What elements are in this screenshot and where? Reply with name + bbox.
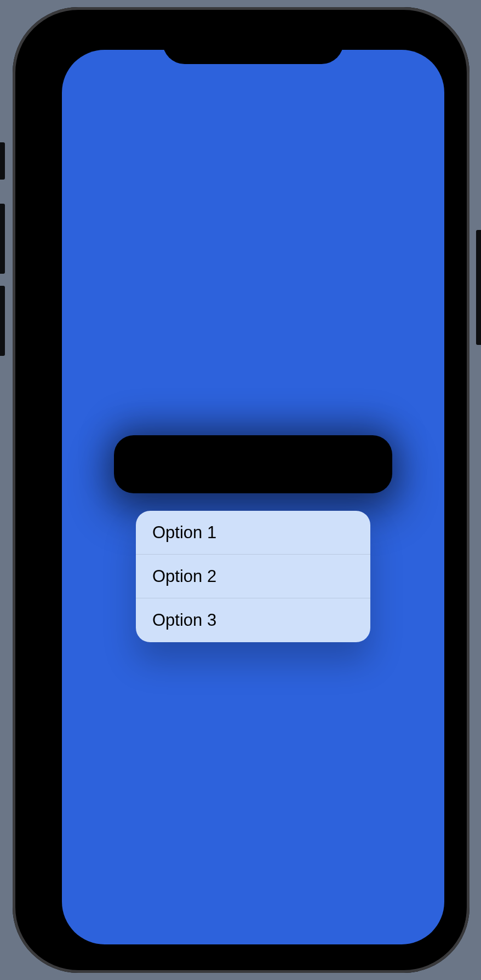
volume-down-button xyxy=(0,286,5,356)
menu-item-option-1[interactable]: Option 1 xyxy=(136,511,370,555)
phone-bezel: Option 1 Option 2 Option 3 xyxy=(40,29,466,965)
screen: Option 1 Option 2 Option 3 xyxy=(62,50,444,944)
context-menu-trigger[interactable] xyxy=(114,435,392,493)
power-button xyxy=(476,230,481,345)
phone-frame: Option 1 Option 2 Option 3 xyxy=(13,7,469,973)
notch xyxy=(163,29,343,64)
menu-item-option-2[interactable]: Option 2 xyxy=(136,555,370,598)
volume-up-button xyxy=(0,204,5,274)
mute-switch xyxy=(0,142,5,180)
context-menu: Option 1 Option 2 Option 3 xyxy=(136,511,370,642)
menu-item-label: Option 1 xyxy=(152,523,216,543)
menu-item-label: Option 2 xyxy=(152,567,216,586)
menu-item-option-3[interactable]: Option 3 xyxy=(136,598,370,642)
menu-item-label: Option 3 xyxy=(152,610,216,630)
